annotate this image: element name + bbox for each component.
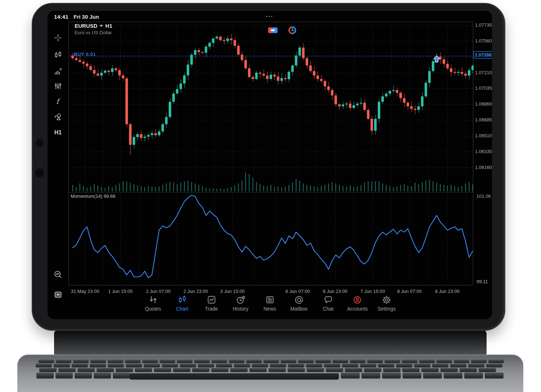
tab-quotes[interactable]: Quotes — [142, 295, 165, 312]
keyboard-key — [423, 373, 442, 378]
chevron-down-icon — [99, 25, 103, 27]
keyboard-key — [315, 360, 331, 363]
quotes-icon — [148, 295, 158, 305]
keyboard-key — [126, 364, 142, 367]
status-time: 14:41 — [54, 14, 68, 20]
time-axis[interactable]: 31 May 23:001 Jun 15:002 Jun 07:002 Jun … — [68, 288, 474, 295]
volumes-icon[interactable] — [54, 67, 62, 76]
keyboard-key — [54, 364, 70, 367]
function-icon[interactable]: f — [54, 97, 62, 106]
indicators-icon[interactable] — [54, 82, 62, 90]
screen: 14:41 Fri 30 Jun ••• f — [48, 11, 492, 319]
keyboard-key — [125, 360, 141, 363]
tab-settings[interactable]: Settings — [375, 295, 398, 312]
keyboard-key — [154, 368, 171, 372]
keyboard-key — [77, 368, 95, 372]
positions-widget-icon[interactable] — [268, 27, 278, 35]
price-axis-label: 1.07560 — [475, 38, 492, 44]
tab-label: News — [263, 306, 276, 312]
tab-history[interactable]: History — [229, 295, 252, 312]
keyboard-key — [177, 360, 192, 363]
tab-accounts[interactable]: Accounts — [346, 295, 369, 312]
tab-label: Chart — [176, 306, 188, 312]
magic-keyboard — [17, 355, 523, 392]
price-axis-label: 1.06860 — [475, 101, 492, 107]
camera-glint — [38, 160, 41, 163]
keyboard-key — [468, 364, 484, 367]
keyboard-key — [383, 368, 400, 372]
keyboard-key — [362, 373, 380, 378]
keyboard-key — [382, 373, 401, 378]
keyboard-key — [39, 368, 57, 372]
keyboard-key — [194, 360, 210, 363]
time-axis-label: 6 Jun 23:00 — [323, 289, 347, 294]
keyboard-key — [298, 360, 314, 363]
sessions-clock-icon[interactable] — [288, 26, 296, 36]
keyboard-key — [230, 368, 248, 372]
keyboard-key — [270, 364, 286, 367]
tab-mailbox[interactable]: Mailbox — [288, 295, 311, 312]
chart-zoom-icon[interactable] — [53, 270, 63, 279]
news-icon — [265, 295, 275, 305]
keyboard-key — [440, 368, 458, 372]
time-axis-label: 8 Jun 07:00 — [397, 289, 422, 294]
keyboard-key — [396, 364, 412, 367]
price-axis-label: 1.07035 — [475, 85, 492, 91]
tab-label: Chat — [323, 306, 334, 312]
keyboard-key — [450, 364, 466, 367]
keyboard-key — [36, 373, 54, 378]
price-axis[interactable]: 1.07398 1.077351.075601.072101.070351.06… — [474, 22, 492, 287]
keyboard-key — [192, 368, 209, 372]
keyboard-key — [444, 373, 462, 378]
keyboard-key — [36, 364, 52, 367]
chart-type-icon[interactable] — [54, 50, 62, 59]
multitask-indicator-icon[interactable]: ••• — [266, 14, 274, 18]
symbol-header[interactable]: EURUSD H1 Euro vs US Dollar — [75, 22, 112, 36]
keyboard-key — [432, 364, 448, 367]
keyboard-key — [263, 360, 279, 363]
keyboard-key — [162, 364, 178, 367]
chart-area[interactable]: EURUSD H1 Euro vs US Dollar BUY 0.01 Mom… — [68, 22, 474, 287]
keyboard-key — [142, 360, 158, 363]
keyboard-keys — [34, 355, 507, 392]
keyboard-key — [306, 364, 322, 367]
keyboard-key — [402, 360, 417, 363]
momentum-indicator-label[interactable]: Momentum(14) 98.66 — [71, 193, 115, 199]
keyboard-key — [212, 360, 227, 363]
keyboard-key — [56, 360, 71, 363]
tab-label: History — [233, 306, 249, 312]
keyboard-key — [116, 368, 133, 372]
keyboard-key — [385, 360, 400, 363]
tab-news[interactable]: News — [258, 295, 281, 312]
keyboard-key — [367, 360, 383, 363]
keyboard-key — [108, 364, 124, 367]
keyboard-key — [72, 364, 88, 367]
tab-label: Trade — [205, 306, 218, 312]
history-icon — [236, 295, 245, 305]
keyboard-key — [486, 364, 502, 367]
tab-trade[interactable]: Trade — [200, 295, 223, 312]
tab-label: Accounts — [347, 306, 368, 312]
camera-lens — [35, 169, 44, 177]
accounts-icon — [352, 295, 362, 305]
keyboard-key — [252, 364, 268, 367]
buy-order-label[interactable]: BUY 0.01 — [74, 52, 96, 57]
keyboard-key — [58, 368, 76, 372]
keyboard-key — [281, 360, 296, 363]
keyboard-key — [73, 360, 89, 363]
time-axis-label: 7 Jun 15:00 — [360, 289, 385, 294]
keyboard-key — [436, 360, 452, 363]
price-chart-canvas[interactable] — [68, 22, 474, 287]
objects-icon[interactable] — [53, 112, 63, 121]
keyboard-key — [419, 360, 435, 363]
time-axis-label: 6 Jun 07:00 — [285, 289, 310, 294]
keyboard-key — [173, 368, 190, 372]
crosshair-icon[interactable] — [54, 34, 62, 42]
tab-chat[interactable]: Chat — [317, 295, 340, 312]
tab-label: Settings — [377, 306, 396, 312]
keyboard-key — [198, 364, 214, 367]
timeframe-button[interactable]: H1 — [54, 129, 62, 136]
tab-chart[interactable]: Chart — [171, 295, 194, 312]
keyboard-key — [464, 373, 483, 378]
price-axis-label: 1.06685 — [475, 117, 492, 122]
